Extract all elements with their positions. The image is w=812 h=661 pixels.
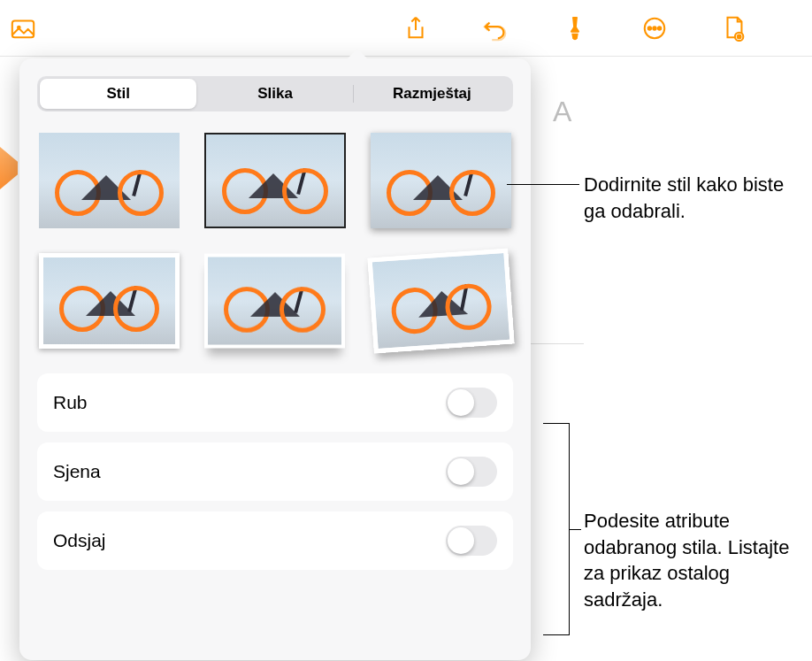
row-odsjaj: Odsjaj [37,511,513,570]
more-icon[interactable] [637,11,672,46]
label-sjena: Sjena [53,461,101,482]
attribute-toggles: Rub Sjena Odsjaj [37,373,513,570]
style-option-3[interactable] [371,133,511,228]
tab-slika[interactable]: Slika [196,79,353,109]
callout-adjust-attrs: Podesite atribute odabranog stila. Lista… [584,508,805,613]
photos-icon[interactable] [5,11,41,46]
label-odsjaj: Odsjaj [53,530,106,551]
brush-icon[interactable] [557,11,593,46]
callout-bracket [543,423,570,635]
tab-razmjestaj[interactable]: Razmještaj [354,79,510,109]
row-sjena: Sjena [37,442,513,501]
style-option-5[interactable] [204,253,345,349]
top-toolbar [0,0,812,57]
popover-arrow [347,49,368,59]
bg-char: A [553,96,571,128]
row-rub: Rub [37,373,513,432]
style-option-1[interactable] [39,133,180,228]
style-option-6[interactable] [371,253,511,349]
segmented-tabs: Stil Slika Razmještaj [37,76,513,111]
switch-sjena[interactable] [446,457,497,487]
svg-point-7 [738,35,741,38]
label-rub: Rub [53,392,88,413]
bg-selection-edge [0,147,18,189]
document-icon[interactable] [716,11,752,46]
svg-rect-0 [12,20,34,37]
callout-select-style: Dodirnite stil kako biste ga odabrali. [584,172,805,224]
tab-stil[interactable]: Stil [40,79,196,109]
switch-rub[interactable] [446,388,497,418]
style-grid [37,133,513,349]
style-option-2[interactable] [204,133,345,228]
share-icon[interactable] [398,11,433,46]
svg-point-5 [658,27,661,29]
svg-point-3 [648,27,651,29]
undo-icon[interactable] [478,11,513,46]
style-option-4[interactable] [39,253,180,349]
bg-divider [531,343,584,344]
switch-odsjaj[interactable] [446,526,497,556]
callout-line-top [507,184,579,185]
format-popover: Stil Slika Razmještaj Rub Sjena [19,58,531,660]
svg-point-4 [653,27,655,29]
